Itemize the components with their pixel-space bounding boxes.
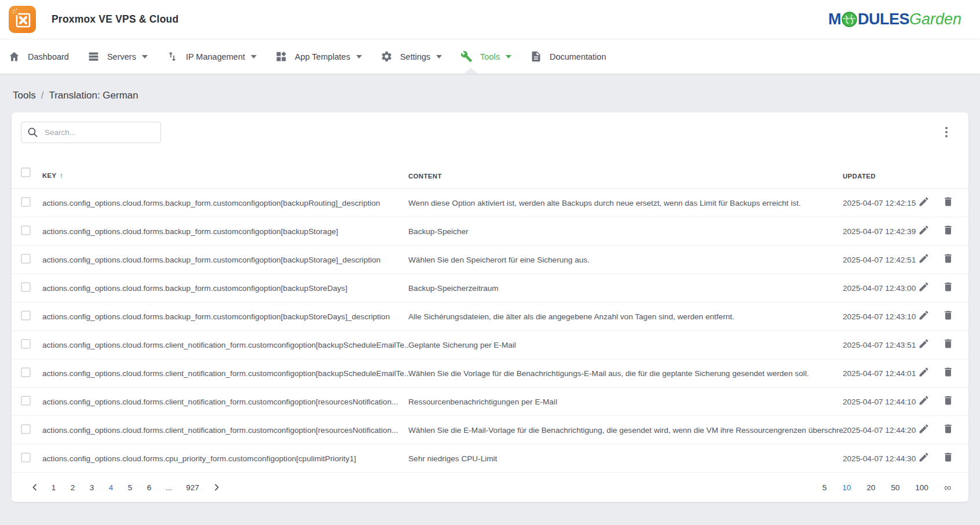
trash-icon[interactable]: [942, 309, 954, 321]
brand-m: M: [828, 12, 841, 27]
row-checkbox[interactable]: [21, 311, 31, 320]
row-content: Sehr niedriges CPU-Limit: [408, 454, 843, 463]
page-number[interactable]: 2: [70, 483, 75, 492]
app-header: Proxmox VE VPS & Cloud M DULES Garden: [0, 0, 980, 39]
proxmox-module-logo-icon: [9, 6, 36, 33]
app-grid-icon: [275, 50, 287, 63]
row-content: Wenn diese Option aktiviert ist, werden …: [408, 199, 843, 207]
row-updated: 2025-04-07 12:44:01: [843, 369, 918, 378]
servers-icon: [87, 50, 100, 63]
row-content: Geplante Sicherung per E-Mail: [408, 341, 843, 349]
page-number[interactable]: 1: [51, 483, 56, 492]
edit-pencil-icon[interactable]: [918, 451, 930, 463]
nav-item-settings[interactable]: Settings: [381, 50, 442, 63]
main-navigation: Dashboard Servers IP Management App Temp…: [0, 39, 980, 74]
row-checkbox[interactable]: [21, 197, 31, 207]
column-header-updated[interactable]: UPDATED: [843, 173, 918, 180]
chevron-down-icon: [251, 55, 257, 59]
table-row: actions.config_options.cloud.forms.clien…: [12, 416, 968, 444]
edit-pencil-icon[interactable]: [918, 281, 930, 293]
page-size-option[interactable]: 5: [822, 483, 827, 492]
row-updated: 2025-04-07 12:42:51: [843, 256, 918, 264]
trash-icon[interactable]: [942, 366, 954, 378]
edit-pencil-icon[interactable]: [918, 395, 930, 406]
chevron-left-icon[interactable]: [29, 482, 41, 493]
row-checkbox[interactable]: [21, 424, 31, 434]
row-checkbox[interactable]: [21, 339, 31, 349]
page-body: Tools / Translation: German KEY ↑ CONTEN…: [0, 74, 980, 502]
table-row: actions.config_options.cloud.forms.clien…: [12, 359, 968, 388]
home-icon: [8, 50, 20, 63]
nav-item-app-templates[interactable]: App Templates: [275, 50, 362, 63]
row-updated: 2025-04-07 12:42:15: [843, 199, 918, 207]
column-header-key[interactable]: KEY ↑: [42, 171, 408, 180]
nav-item-dashboard[interactable]: Dashboard: [8, 50, 69, 63]
column-header-content[interactable]: CONTENT: [408, 173, 843, 180]
page-number[interactable]: 3: [89, 483, 94, 492]
row-key: actions.config_options.cloud.forms.backu…: [42, 199, 408, 207]
trash-icon[interactable]: [942, 395, 954, 406]
row-content: Ressourcenbenachrichtigungen per E-Mail: [408, 398, 843, 406]
row-checkbox[interactable]: [21, 254, 31, 264]
edit-pencil-icon[interactable]: [918, 366, 930, 378]
table-header: KEY ↑ CONTENT UPDATED: [12, 143, 968, 189]
page-size-option[interactable]: 20: [866, 483, 875, 492]
row-checkbox[interactable]: [21, 367, 31, 377]
page-number[interactable]: 6: [147, 483, 152, 492]
edit-pencil-icon[interactable]: [918, 253, 930, 264]
edit-pencil-icon[interactable]: [918, 309, 930, 321]
table-body: actions.config_options.cloud.forms.backu…: [12, 189, 968, 473]
page-number[interactable]: ...: [166, 483, 172, 492]
edit-pencil-icon[interactable]: [918, 196, 930, 207]
chevron-right-icon[interactable]: [211, 482, 222, 493]
row-content: Backup-Speicher: [408, 227, 843, 236]
card-toolbar: [12, 112, 968, 143]
trash-icon[interactable]: [942, 338, 954, 349]
nav-item-tools[interactable]: Tools: [460, 50, 511, 63]
nav-item-documentation[interactable]: Documentation: [530, 50, 606, 63]
search-input[interactable]: [21, 122, 161, 143]
row-key: actions.config_options.cloud.forms.clien…: [42, 341, 408, 349]
kebab-menu-icon[interactable]: [942, 125, 951, 140]
page-number[interactable]: 927: [186, 483, 199, 492]
chevron-down-icon: [436, 55, 442, 59]
page-number[interactable]: 4: [108, 483, 114, 492]
edit-pencil-icon[interactable]: [918, 338, 930, 349]
nav-item-ip-management[interactable]: IP Management: [166, 50, 257, 63]
row-key: actions.config_options.cloud.forms.backu…: [42, 284, 408, 293]
trash-icon[interactable]: [942, 196, 954, 207]
row-content: Alle Sichérungsdateien, die älter als di…: [408, 312, 843, 321]
gear-icon: [381, 50, 393, 63]
page-size-option[interactable]: 10: [842, 483, 851, 492]
page-size-option[interactable]: ∞: [944, 484, 951, 491]
brand-dules: DULES: [858, 12, 909, 27]
row-updated: 2025-04-07 12:44:10: [843, 398, 918, 406]
brand-garden: Garden: [909, 12, 961, 27]
page-size-option[interactable]: 50: [891, 483, 899, 492]
row-content: Wählen Sie die E-Mail-Vorlage für die Be…: [408, 426, 843, 435]
active-nav-pointer: [464, 68, 478, 74]
table-row: actions.config_options.cloud.forms.clien…: [12, 388, 968, 416]
page-size-option[interactable]: 100: [915, 483, 928, 492]
nav-item-servers[interactable]: Servers: [87, 50, 148, 63]
trash-icon[interactable]: [942, 253, 954, 264]
edit-pencil-icon[interactable]: [918, 224, 930, 236]
row-checkbox[interactable]: [21, 225, 31, 235]
trash-icon[interactable]: [942, 451, 954, 463]
trash-icon[interactable]: [942, 423, 954, 435]
edit-pencil-icon[interactable]: [918, 423, 930, 435]
breadcrumb-section[interactable]: Tools: [13, 90, 36, 101]
row-key: actions.config_options.cloud.forms.clien…: [42, 369, 408, 378]
row-updated: 2025-04-07 12:44:20: [843, 426, 918, 435]
table-row: actions.config_options.cloud.forms.cpu_p…: [12, 444, 968, 473]
trash-icon[interactable]: [942, 224, 954, 236]
row-checkbox[interactable]: [21, 396, 31, 406]
page-number[interactable]: 5: [127, 483, 133, 492]
select-all-checkbox[interactable]: [21, 167, 31, 177]
row-content: Wählen Sie die Vorlage für die Benachric…: [408, 369, 843, 378]
row-key: actions.config_options.cloud.forms.clien…: [42, 426, 408, 435]
row-checkbox[interactable]: [21, 282, 31, 292]
row-checkbox[interactable]: [21, 453, 31, 462]
trash-icon[interactable]: [942, 281, 954, 293]
import-export-icon: [166, 50, 178, 63]
